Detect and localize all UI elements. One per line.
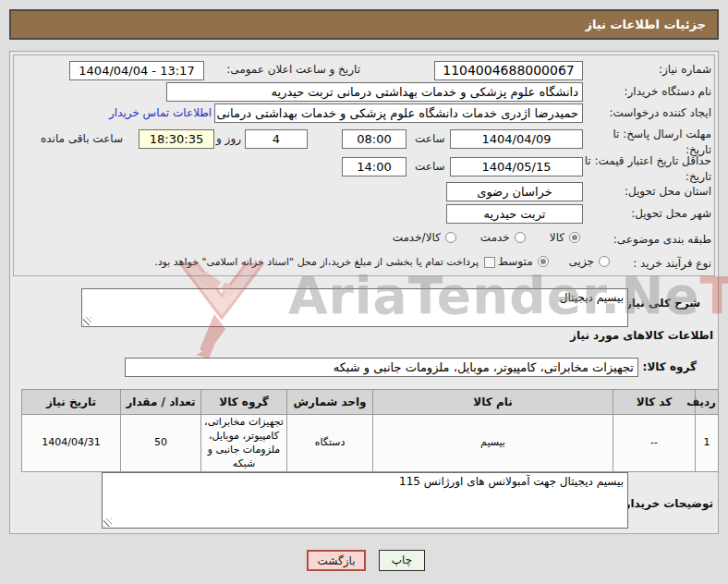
- col-need-date: تاریخ نیاز: [22, 390, 121, 415]
- goods-service-radio-label: کالا/خدمت: [393, 231, 441, 244]
- goods-table: ردیف کد کالا نام کالا واحد شمارش گروه کا…: [21, 389, 719, 472]
- price-validity-date-field[interactable]: 1404/05/15: [450, 157, 583, 176]
- category-option-service: خدمت: [480, 231, 526, 244]
- treasury-payment-label: پرداخت تمام یا بخشی از مبلغ خرید،از محل …: [154, 256, 479, 268]
- page-title: جزئیات اطلاعات نیاز: [9, 9, 719, 40]
- general-description-value: بیسیم دیجیتال: [560, 291, 624, 304]
- delivery-province-field[interactable]: خراسان رضوی: [446, 182, 583, 201]
- general-description-textarea[interactable]: بیسیم دیجیتال: [81, 288, 628, 327]
- requester-label: ایجاد کننده درخواست:: [609, 106, 711, 119]
- col-row-number: ردیف: [696, 390, 719, 415]
- cell-group: تجهیزات مخابراتی، کامپیوتر، موبایل، ملزو…: [201, 415, 287, 472]
- service-radio[interactable]: [515, 232, 526, 243]
- category-class-label: طبقه بندی موضوعی:: [613, 233, 711, 246]
- cell-item-code: --: [613, 415, 696, 472]
- announce-datetime-field[interactable]: 1404/04/04 - 13:17: [69, 61, 204, 80]
- goods-group-label: گروه کالا:: [643, 360, 697, 373]
- service-radio-label: خدمت: [480, 231, 510, 244]
- reply-deadline-time-field[interactable]: 08:00: [342, 129, 406, 149]
- goods-service-radio[interactable]: [445, 232, 456, 243]
- medium-radio[interactable]: [538, 256, 549, 267]
- price-validity-hour-label: ساعت: [415, 160, 445, 173]
- reply-deadline-hour-label: ساعت: [415, 132, 445, 145]
- purchase-option-medium: متوسط: [498, 255, 549, 268]
- medium-radio-label: متوسط: [498, 255, 533, 268]
- goods-table-header-row: ردیف کد کالا نام کالا واحد شمارش گروه کا…: [22, 390, 719, 415]
- buyer-notes-label: توضیحات خریدار:: [620, 497, 713, 510]
- delivery-city-label: شهر محل تحویل:: [631, 207, 711, 220]
- price-validity-label: حداقل تاریخ اعتبار قیمت: تا تاریخ:: [584, 153, 711, 186]
- goods-radio-label: کالا: [550, 231, 564, 244]
- purchase-type-options: جزیی متوسط: [498, 255, 610, 268]
- general-description-label: شرح کلی نیاز:: [621, 297, 700, 310]
- remaining-time-field[interactable]: 18:30:35: [139, 129, 214, 149]
- announce-datetime-label: تاریخ و ساعت اعلان عمومی:: [226, 63, 360, 76]
- delivery-city-field[interactable]: تربت حیدریه: [446, 204, 583, 224]
- treasury-payment-checkbox[interactable]: [484, 257, 495, 268]
- buyer-contact-link[interactable]: اطلاعات تماس خریدار: [109, 106, 212, 119]
- back-button[interactable]: بازگشت: [307, 550, 366, 571]
- category-option-goods: کالا: [550, 231, 580, 244]
- purchase-type-label: نوع فرآیند خرید :: [633, 257, 711, 270]
- cell-unit: دستگاه: [287, 415, 373, 472]
- buyer-notes-value: بیسیم دیجیتال جهت آمبولانس های اورژانس 1…: [399, 475, 624, 488]
- days-and-label: روز و: [216, 132, 241, 145]
- need-number-field[interactable]: 1104004688000067: [434, 61, 583, 80]
- price-validity-time-field[interactable]: 14:00: [342, 157, 406, 176]
- reply-deadline-date-field[interactable]: 1404/04/09: [450, 129, 583, 149]
- cell-quantity: 50: [121, 415, 201, 472]
- goods-section-header: اطلاعات کالاهای مورد نیاز: [570, 329, 713, 342]
- buyer-org-label: نام دستگاه خریدار:: [625, 85, 712, 98]
- need-number-label: شماره نیاز:: [659, 63, 711, 76]
- purchase-option-minor: جزیی: [569, 255, 610, 268]
- print-button[interactable]: چاپ: [379, 550, 425, 571]
- minor-radio[interactable]: [599, 256, 610, 267]
- delivery-province-label: استان محل تحویل:: [625, 185, 711, 198]
- buyer-notes-textarea[interactable]: بیسیم دیجیتال جهت آمبولانس های اورژانس 1…: [102, 472, 628, 529]
- goods-group-field[interactable]: تجهیزات مخابراتی، کامپیوتر، موبایل، ملزو…: [125, 358, 638, 377]
- col-group: گروه کالا: [201, 390, 287, 415]
- category-option-goods-service: کالا/خدمت: [393, 231, 456, 244]
- col-quantity: تعداد / مقدار: [121, 390, 201, 415]
- minor-radio-label: جزیی: [569, 255, 594, 268]
- requester-field[interactable]: حمیدرضا اژدری خدمات دانشگاه علوم پزشکی و…: [214, 103, 583, 123]
- cell-need-date: 1404/04/31: [22, 415, 121, 472]
- need-details-page: جزئیات اطلاعات نیاز شماره نیاز: 11040046…: [0, 0, 728, 584]
- cell-row-number: 1: [696, 415, 719, 472]
- remaining-days-field[interactable]: 4: [245, 129, 308, 149]
- col-unit: واحد شمارش: [287, 390, 373, 415]
- buyer-org-field[interactable]: دانشگاه علوم پزشکی و خدمات بهداشتی درمان…: [166, 82, 583, 102]
- goods-radio[interactable]: [569, 232, 580, 243]
- category-class-options: کالا خدمت کالا/خدمت: [393, 231, 580, 244]
- goods-table-row: 1 -- بیسیم دستگاه تجهیزات مخابراتی، کامپ…: [22, 415, 719, 472]
- cell-item-name: بیسیم: [373, 415, 613, 472]
- resize-grip-icon[interactable]: [83, 317, 91, 325]
- hours-remaining-label: ساعت باقی مانده: [41, 132, 123, 145]
- col-item-name: نام کالا: [373, 390, 613, 415]
- treasury-payment-option: پرداخت تمام یا بخشی از مبلغ خرید،از محل …: [154, 256, 495, 268]
- resize-grip-icon[interactable]: [103, 518, 112, 527]
- col-item-code: کد کالا: [613, 390, 696, 415]
